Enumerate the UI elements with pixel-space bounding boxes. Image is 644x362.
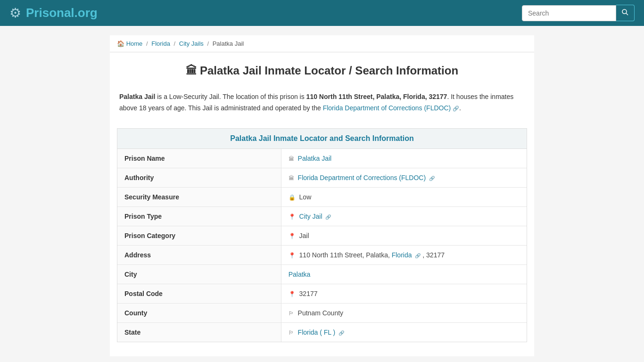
state-link[interactable]: Florida ( FL ) bbox=[298, 329, 336, 336]
address-state-link[interactable]: Florida bbox=[392, 251, 412, 259]
county-value: Putnam County bbox=[298, 309, 344, 317]
info-table-section: Palatka Jail Inmate Locator and Search I… bbox=[117, 128, 527, 342]
logo-icon: ⚙ bbox=[9, 5, 21, 21]
table-cell-label: Address bbox=[117, 245, 281, 264]
page-title-text: Palatka Jail Inmate Locator / Search Inf… bbox=[200, 64, 458, 77]
city-link[interactable]: Palatka bbox=[289, 271, 311, 278]
description-text1: is a Low-Security Jail. The location of … bbox=[155, 93, 306, 100]
description-text3: . bbox=[459, 104, 461, 112]
logo-main: Prisonal bbox=[26, 6, 74, 20]
table-row: Prison Category 📍 Jail bbox=[117, 226, 527, 245]
address-chain-icon: 🔗 bbox=[415, 253, 421, 258]
prison-type-link[interactable]: City Jail bbox=[299, 213, 322, 220]
table-cell-value: 🔒 Low bbox=[281, 187, 527, 206]
table-cell-label: Authority bbox=[117, 168, 281, 187]
address-icon: 📍 bbox=[289, 252, 296, 259]
prison-category-icon: 📍 bbox=[289, 233, 296, 239]
prison-category-value: Jail bbox=[299, 232, 309, 239]
postal-value: 32177 bbox=[299, 290, 318, 297]
breadcrumb-current: Palatka Jail bbox=[213, 40, 244, 47]
prison-type-icon: 📍 bbox=[289, 214, 296, 220]
table-cell-value: 🏳 Florida ( FL ) 🔗 bbox=[281, 322, 527, 342]
table-cell-value: 🏛 Palatka Jail bbox=[281, 149, 527, 168]
table-cell-label: State bbox=[117, 322, 281, 342]
logo-area: ⚙ Prisonal.org bbox=[9, 5, 98, 21]
table-cell-value: 📍 City Jail 🔗 bbox=[281, 206, 527, 226]
table-row: State 🏳 Florida ( FL ) 🔗 bbox=[117, 322, 527, 342]
svg-point-0 bbox=[622, 9, 627, 14]
home-icon: 🏠 bbox=[117, 40, 124, 47]
breadcrumb-category[interactable]: City Jails bbox=[179, 40, 204, 47]
prison-name-icon: 🏛 bbox=[289, 156, 294, 162]
authority-icon: 🏛 bbox=[289, 175, 294, 181]
header: ⚙ Prisonal.org bbox=[0, 0, 644, 26]
table-row: Postal Code 📍 32177 bbox=[117, 284, 527, 303]
authority-link[interactable]: Florida Department of Corrections (FLDOC… bbox=[298, 174, 426, 181]
page-title-section: 🏛Palatka Jail Inmate Locator / Search In… bbox=[110, 52, 534, 84]
table-cell-value: 🏳 Putnam County bbox=[281, 303, 527, 322]
description: Palatka Jail is a Low-Security Jail. The… bbox=[110, 84, 534, 123]
breadcrumb-home[interactable]: Home bbox=[126, 40, 143, 47]
search-button[interactable] bbox=[616, 5, 635, 21]
state-chain-icon: 🔗 bbox=[339, 330, 344, 336]
breadcrumb-sep1: / bbox=[146, 40, 148, 47]
table-cell-label: Postal Code bbox=[117, 284, 281, 303]
page-title: 🏛Palatka Jail Inmate Locator / Search In… bbox=[117, 64, 527, 77]
table-cell-label: City bbox=[117, 264, 281, 284]
description-jail-name: Palatka Jail bbox=[119, 93, 155, 100]
table-cell-value: 📍 Jail bbox=[281, 226, 527, 245]
info-table-header: Palatka Jail Inmate Locator and Search I… bbox=[117, 129, 527, 149]
table-cell-label: Security Measure bbox=[117, 187, 281, 206]
title-icon: 🏛 bbox=[186, 64, 197, 77]
prison-name-link[interactable]: Palatka Jail bbox=[298, 155, 332, 162]
breadcrumb-sep2: / bbox=[174, 40, 176, 47]
address-text: 110 North 11th Street, Palatka, bbox=[299, 251, 392, 259]
table-row: Address 📍 110 North 11th Street, Palatka… bbox=[117, 245, 527, 264]
postal-icon: 📍 bbox=[289, 291, 296, 297]
table-row: Security Measure 🔒 Low bbox=[117, 187, 527, 206]
ext-icon: 🔗 bbox=[429, 176, 435, 181]
table-cell-value: 📍 110 North 11th Street, Palatka, Florid… bbox=[281, 245, 527, 264]
table-cell-value: 📍 32177 bbox=[281, 284, 527, 303]
description-fldoc-link[interactable]: Florida Department of Corrections (FLDOC… bbox=[323, 104, 451, 112]
breadcrumb-state[interactable]: Florida bbox=[151, 40, 170, 47]
breadcrumb: 🏠 Home / Florida / City Jails / Palatka … bbox=[110, 35, 534, 52]
table-cell-value: 🏛 Florida Department of Corrections (FLD… bbox=[281, 168, 527, 187]
table-cell-label: Prison Type bbox=[117, 206, 281, 226]
table-row: Prison Type 📍 City Jail 🔗 bbox=[117, 206, 527, 226]
chain-icon: 🔗 bbox=[325, 214, 331, 220]
svg-line-1 bbox=[626, 13, 628, 15]
table-cell-label: Prison Category bbox=[117, 226, 281, 245]
description-address: 110 North 11th Street, Palatka, Florida,… bbox=[306, 93, 447, 100]
logo-ext: .org bbox=[74, 6, 98, 20]
security-icon: 🔒 bbox=[289, 194, 296, 201]
search-input[interactable] bbox=[522, 5, 616, 21]
table-row: City Palatka bbox=[117, 264, 527, 284]
ext-icon-desc: 🔗 bbox=[453, 106, 459, 111]
security-value: Low bbox=[299, 193, 312, 201]
table-row: Prison Name 🏛 Palatka Jail bbox=[117, 149, 527, 168]
state-icon: 🏳 bbox=[289, 329, 294, 336]
table-row: County 🏳 Putnam County bbox=[117, 303, 527, 322]
table-cell-label: Prison Name bbox=[117, 149, 281, 168]
table-cell-value: Palatka bbox=[281, 264, 527, 284]
address-zip: , 32177 bbox=[422, 251, 445, 259]
main-content: 🏠 Home / Florida / City Jails / Palatka … bbox=[110, 35, 534, 356]
table-row: Authority 🏛 Florida Department of Correc… bbox=[117, 168, 527, 187]
breadcrumb-sep3: / bbox=[207, 40, 209, 47]
county-icon: 🏳 bbox=[289, 310, 294, 317]
search-icon bbox=[622, 9, 628, 16]
info-table: Prison Name 🏛 Palatka Jail Authority 🏛 F… bbox=[117, 149, 527, 342]
search-area bbox=[522, 5, 635, 21]
logo-text: Prisonal.org bbox=[26, 6, 98, 20]
table-cell-label: County bbox=[117, 303, 281, 322]
